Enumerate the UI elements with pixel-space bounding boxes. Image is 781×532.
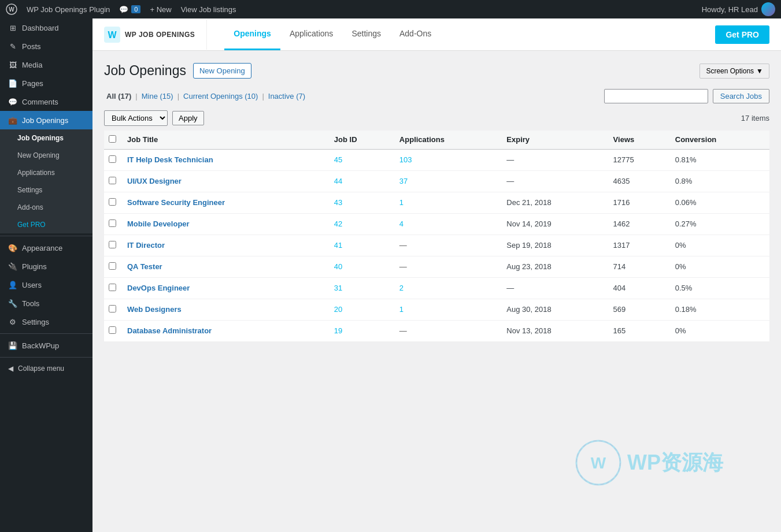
apply-button[interactable]: Apply xyxy=(172,111,204,125)
row-checkbox[interactable] xyxy=(109,241,116,248)
applications-link[interactable]: 1 xyxy=(399,305,404,314)
sidebar-submenu-applications[interactable]: Applications xyxy=(0,164,92,181)
sidebar-item-tools[interactable]: 🔧 Tools xyxy=(0,294,92,312)
header-applications[interactable]: Applications xyxy=(394,131,501,150)
sidebar-item-media[interactable]: 🖼 Media xyxy=(0,55,92,74)
job-id-link[interactable]: 45 xyxy=(334,155,342,164)
sidebar-item-posts[interactable]: ✎ Posts xyxy=(0,37,92,55)
collapse-menu-item[interactable]: ◀ Collapse menu xyxy=(0,360,92,377)
row-applications: 2 xyxy=(394,277,501,299)
job-id-link[interactable]: 43 xyxy=(334,198,342,207)
bulk-actions-select[interactable]: Bulk Actions xyxy=(104,110,168,126)
sidebar-item-dashboard[interactable]: ⊞ Dashboard xyxy=(0,18,92,37)
job-id-link[interactable]: 20 xyxy=(334,305,342,314)
pages-icon: 📄 xyxy=(8,79,17,88)
nav-item-openings[interactable]: Openings xyxy=(224,18,280,50)
sidebar-item-users[interactable]: 👤 Users xyxy=(0,276,92,294)
search-jobs-button[interactable]: Search Jobs xyxy=(713,89,769,103)
nav-item-add-ons[interactable]: Add-Ons xyxy=(390,18,441,50)
filter-inactive[interactable]: Inactive (7) xyxy=(266,92,308,101)
applications-link[interactable]: 103 xyxy=(399,155,412,164)
get-pro-button[interactable]: Get PRO xyxy=(715,25,769,44)
sidebar-item-comments[interactable]: 💬 Comments xyxy=(0,92,92,111)
job-id-link[interactable]: 44 xyxy=(334,177,342,185)
row-job-id: 41 xyxy=(328,235,394,256)
job-title-link[interactable]: Software Security Engineer xyxy=(127,198,225,207)
new-label: + New xyxy=(150,5,171,14)
job-id-link[interactable]: 40 xyxy=(334,262,342,271)
job-id-link[interactable]: 41 xyxy=(334,241,342,250)
sidebar-submenu-add-ons[interactable]: Add-ons xyxy=(0,199,92,216)
filter-current-openings[interactable]: Current Openings (10) xyxy=(181,92,260,101)
row-checkbox[interactable] xyxy=(109,284,116,291)
filter-links: All (17) | Mine (15) | Current Openings … xyxy=(104,92,308,101)
applications-link[interactable]: 2 xyxy=(399,284,404,292)
wp-logo-item[interactable]: W xyxy=(6,3,17,15)
nav-item-applications[interactable]: Applications xyxy=(280,18,343,50)
new-item[interactable]: + New xyxy=(150,5,171,14)
header-job-id[interactable]: Job ID xyxy=(328,131,394,150)
jobs-tbody: IT Help Desk Technician 45 103 — 12775 0… xyxy=(104,149,769,341)
search-input[interactable] xyxy=(604,89,708,103)
table-row: Mobile Developer 42 4 Nov 14, 2019 1462 … xyxy=(104,213,769,235)
row-expiry: Aug 23, 2018 xyxy=(501,256,607,277)
table-header-row: Job Title Job ID Applications Expiry Vie… xyxy=(104,131,769,150)
plugin-header: W WP JOB OPENINGS Openings Applications … xyxy=(92,18,781,51)
job-id-link[interactable]: 19 xyxy=(334,326,342,335)
main-content: W WP JOB OPENINGS Openings Applications … xyxy=(92,18,781,532)
sidebar-item-job-openings[interactable]: 💼 Job Openings xyxy=(0,111,92,129)
applications-link[interactable]: 1 xyxy=(399,198,404,207)
select-all-checkbox[interactable] xyxy=(109,135,116,143)
row-checkbox[interactable] xyxy=(109,155,116,163)
job-id-link[interactable]: 42 xyxy=(334,220,342,228)
header-expiry[interactable]: Expiry xyxy=(501,131,607,150)
sidebar-submenu-new-opening[interactable]: New Opening xyxy=(0,147,92,164)
bulk-bar: Bulk Actions Apply 17 items xyxy=(104,110,769,126)
view-job-listings-item[interactable]: View Job listings xyxy=(181,5,236,14)
applications-link[interactable]: 4 xyxy=(399,220,404,228)
applications-link[interactable]: 37 xyxy=(399,177,408,185)
submenu-label: Settings xyxy=(17,186,42,194)
filter-all[interactable]: All (17) xyxy=(104,92,134,101)
job-title-link[interactable]: QA Tester xyxy=(127,262,162,271)
row-conversion: 0.18% xyxy=(669,299,769,320)
sidebar-item-pages[interactable]: 📄 Pages xyxy=(0,74,92,92)
row-views: 12775 xyxy=(608,149,669,170)
row-applications: 4 xyxy=(394,213,501,235)
row-checkbox[interactable] xyxy=(109,326,116,334)
screen-options-button[interactable]: Screen Options ▼ xyxy=(699,64,769,79)
job-title-link[interactable]: Mobile Developer xyxy=(127,220,190,228)
sidebar-submenu-settings[interactable]: Settings xyxy=(0,181,92,199)
row-checkbox[interactable] xyxy=(109,262,116,270)
header-checkbox-cell xyxy=(104,131,121,150)
new-opening-button[interactable]: New Opening xyxy=(193,63,251,79)
job-title-link[interactable]: Database Administrator xyxy=(127,326,212,335)
nav-item-settings[interactable]: Settings xyxy=(342,18,390,50)
header-conversion[interactable]: Conversion xyxy=(669,131,769,150)
job-title-link[interactable]: Web Designers xyxy=(127,305,182,314)
row-checkbox[interactable] xyxy=(109,198,116,206)
row-job-title: Database Administrator xyxy=(121,320,328,341)
job-title-link[interactable]: IT Help Desk Technician xyxy=(127,155,213,164)
row-checkbox-cell xyxy=(104,299,121,320)
sidebar-submenu-get-pro[interactable]: Get PRO xyxy=(0,216,92,233)
row-conversion: 0% xyxy=(669,320,769,341)
job-title-link[interactable]: DevOps Engineer xyxy=(127,284,190,292)
sidebar-item-settings[interactable]: ⚙ Settings xyxy=(0,312,92,331)
job-title-link[interactable]: IT Director xyxy=(127,241,165,250)
row-checkbox[interactable] xyxy=(109,220,116,227)
comments-item[interactable]: 💬 0 xyxy=(119,5,140,14)
sidebar-item-plugins[interactable]: 🔌 Plugins xyxy=(0,257,92,276)
header-job-title[interactable]: Job Title xyxy=(121,131,328,150)
header-views[interactable]: Views xyxy=(608,131,669,150)
sidebar-item-appearance[interactable]: 🎨 Appearance xyxy=(0,239,92,257)
site-name-label: WP Job Openings Plugin xyxy=(27,5,110,14)
sidebar-item-backwpup[interactable]: 💾 BackWPup xyxy=(0,336,92,355)
row-checkbox[interactable] xyxy=(109,305,116,312)
filter-mine[interactable]: Mine (15) xyxy=(139,92,176,101)
site-name-item[interactable]: WP Job Openings Plugin xyxy=(27,5,110,14)
job-id-link[interactable]: 31 xyxy=(334,284,342,292)
row-checkbox[interactable] xyxy=(109,177,116,184)
sidebar-submenu-job-openings[interactable]: Job Openings xyxy=(0,129,92,147)
job-title-link[interactable]: UI/UX Designer xyxy=(127,177,182,185)
